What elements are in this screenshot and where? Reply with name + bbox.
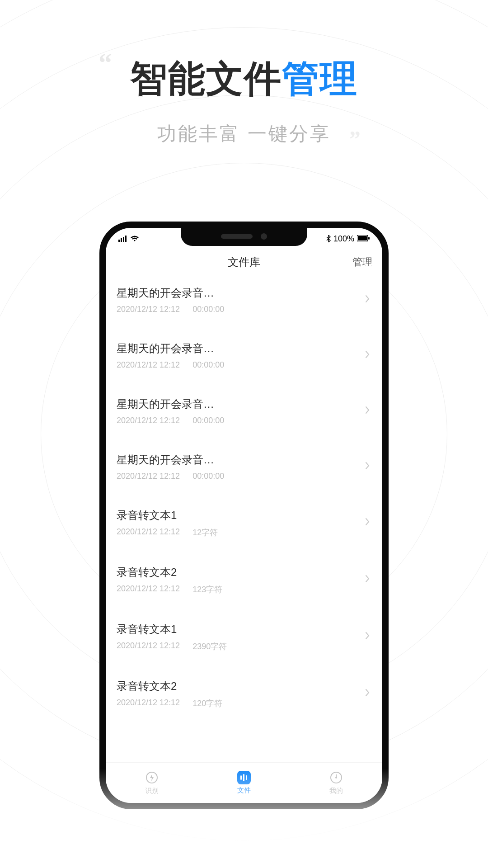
page-title: 文件库 (228, 255, 260, 269)
svg-rect-5 (358, 236, 367, 241)
file-item[interactable]: 录音转文本22020/12/12 12:12120字符 (117, 668, 371, 719)
file-meta: 2020/12/12 12:1200:00:00 (117, 416, 371, 425)
tab-mine[interactable]: 我的 (329, 770, 343, 795)
file-meta: 2020/12/12 12:12123字符 (117, 584, 371, 595)
tab-label: 文件 (237, 786, 251, 795)
file-date: 2020/12/12 12:12 (117, 472, 180, 481)
tab-label: 我的 (329, 787, 343, 795)
file-item[interactable]: 录音转文本22020/12/12 12:12123字符 (117, 554, 371, 605)
file-item[interactable]: 星期天的开会录音…2020/12/12 12:1200:00:00 (117, 386, 371, 435)
file-date: 2020/12/12 12:12 (117, 305, 180, 314)
battery-icon (357, 234, 370, 244)
chevron-right-icon (365, 689, 370, 698)
svg-rect-6 (368, 237, 370, 240)
chevron-right-icon (365, 406, 370, 416)
quote-open-icon: “ (99, 47, 113, 79)
hero-title-accent: 管理 (282, 58, 358, 99)
phone-mockup: 100% 文件库 管理 星期天的开会录音…2020/12/12 12:1200:… (99, 222, 389, 809)
lightning-circle-icon (145, 770, 159, 785)
file-date: 2020/12/12 12:12 (117, 527, 180, 538)
file-title: 星期天的开会录音… (117, 341, 371, 356)
file-date: 2020/12/12 12:12 (117, 698, 180, 709)
file-info: 120字符 (192, 698, 222, 709)
file-item[interactable]: 录音转文本12020/12/12 12:1212字符 (117, 497, 371, 548)
file-title: 录音转文本1 (117, 622, 371, 637)
svg-rect-1 (121, 238, 122, 242)
file-title: 录音转文本2 (117, 679, 371, 693)
file-info: 00:00:00 (192, 360, 224, 370)
tab-recognize[interactable]: 识别 (145, 770, 159, 795)
file-meta: 2020/12/12 12:12120字符 (117, 698, 371, 709)
chevron-right-icon (365, 575, 370, 585)
file-title: 录音转文本2 (117, 565, 371, 580)
hero-section: “ 智能文件管理 功能丰富 一键分享 ” (0, 0, 488, 146)
file-item[interactable]: 星期天的开会录音…2020/12/12 12:1200:00:00 (117, 442, 371, 491)
file-meta: 2020/12/12 12:1200:00:00 (117, 360, 371, 370)
hero-title-main: 智能文件 (130, 58, 282, 99)
file-meta: 2020/12/12 12:1200:00:00 (117, 305, 371, 314)
svg-rect-3 (125, 236, 127, 242)
chevron-right-icon (365, 295, 370, 305)
file-meta: 2020/12/12 12:1212字符 (117, 527, 371, 538)
chevron-right-icon (365, 462, 370, 472)
tab-bar: 识别 文件 我的 (106, 762, 382, 803)
file-title: 录音转文本1 (117, 508, 371, 523)
signal-icon (118, 236, 127, 242)
file-item[interactable]: 录音转文本12020/12/12 12:122390字符 (117, 611, 371, 662)
file-info: 2390字符 (192, 641, 227, 652)
svg-rect-2 (123, 237, 124, 242)
chevron-right-icon (365, 350, 370, 360)
tab-files[interactable]: 文件 (237, 771, 251, 795)
file-info: 00:00:00 (192, 472, 224, 481)
chevron-right-icon (365, 632, 370, 642)
file-meta: 2020/12/12 12:122390字符 (117, 641, 371, 652)
phone-frame: 100% 文件库 管理 星期天的开会录音…2020/12/12 12:1200:… (99, 222, 389, 809)
manage-button[interactable]: 管理 (352, 255, 372, 269)
file-meta: 2020/12/12 12:1200:00:00 (117, 472, 371, 481)
file-list[interactable]: 星期天的开会录音…2020/12/12 12:1200:00:00星期天的开会录… (106, 275, 382, 762)
screen-content: 文件库 管理 星期天的开会录音…2020/12/12 12:1200:00:00… (106, 250, 382, 803)
file-title: 星期天的开会录音… (117, 286, 371, 300)
tab-label: 识别 (145, 787, 159, 795)
hero-subtitle-text: 功能丰富 一键分享 (157, 123, 331, 144)
file-item[interactable]: 星期天的开会录音…2020/12/12 12:1200:00:00 (117, 275, 371, 324)
hero-subtitle: 功能丰富 一键分享 ” (157, 121, 331, 146)
chevron-right-icon (365, 518, 370, 528)
nav-bar: 文件库 管理 (106, 250, 382, 275)
file-info: 00:00:00 (192, 416, 224, 425)
svg-rect-0 (118, 240, 120, 242)
file-info: 00:00:00 (192, 305, 224, 314)
bluetooth-icon (326, 235, 331, 242)
file-title: 星期天的开会录音… (117, 453, 371, 467)
file-item[interactable]: 星期天的开会录音…2020/12/12 12:1200:00:00 (117, 330, 371, 380)
quote-close-icon: ” (349, 126, 362, 152)
file-info: 12字符 (192, 527, 218, 538)
hero-title: “ 智能文件管理 (130, 54, 358, 104)
file-date: 2020/12/12 12:12 (117, 641, 180, 652)
file-info: 123字符 (192, 584, 222, 595)
file-date: 2020/12/12 12:12 (117, 584, 180, 595)
clock-icon (329, 770, 343, 785)
file-date: 2020/12/12 12:12 (117, 360, 180, 370)
battery-percent: 100% (333, 234, 354, 244)
phone-notch (181, 227, 307, 246)
wifi-icon (130, 236, 139, 242)
file-date: 2020/12/12 12:12 (117, 416, 180, 425)
files-icon (237, 771, 251, 784)
file-title: 星期天的开会录音… (117, 397, 371, 411)
